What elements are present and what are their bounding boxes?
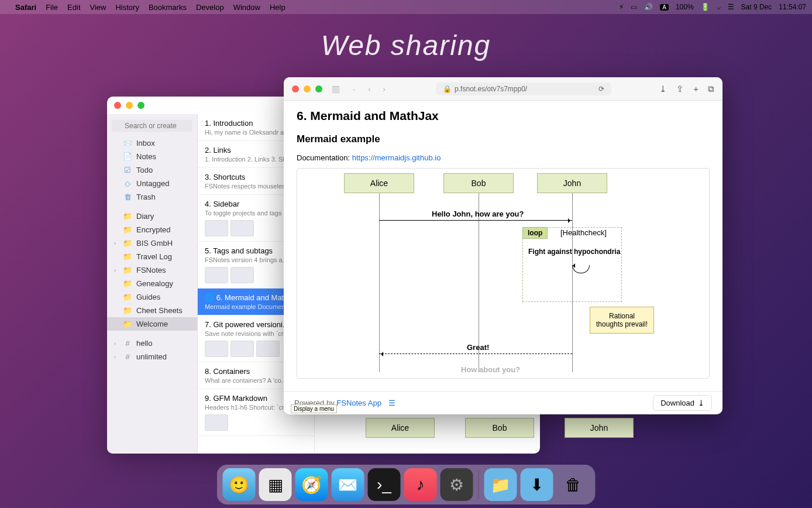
share-icon[interactable]: ⇪	[676, 84, 684, 94]
chevron-icon[interactable]: ›	[114, 267, 119, 273]
sidebar-folder-diary[interactable]: 📁Diary	[107, 210, 197, 223]
sidebar-item-trash[interactable]: 🗑Trash	[107, 190, 197, 204]
safari-zoom-button[interactable]	[315, 85, 322, 92]
close-button[interactable]	[114, 102, 121, 109]
menubar-time[interactable]: 11:54:07	[779, 3, 806, 11]
reload-icon[interactable]: ⟳	[598, 85, 604, 93]
documentation-link[interactable]: https://mermaidjs.github.io	[352, 153, 441, 162]
chevron-icon[interactable]: ›	[114, 354, 119, 360]
dock-settings[interactable]: ⚙	[441, 468, 473, 501]
menubar-date[interactable]: Sat 9 Dec	[741, 3, 772, 11]
fastcharge-icon[interactable]: ⚡︎	[619, 3, 624, 11]
menu-window[interactable]: Window	[233, 3, 260, 12]
dock-finder[interactable]: 🙂	[223, 468, 256, 501]
fsnotes-app-link[interactable]: FSNotes App	[336, 399, 381, 407]
tabs-overview-icon[interactable]: ⧉	[708, 84, 714, 94]
loop-label: loop	[522, 227, 548, 239]
sidebar-item-todo[interactable]: ☑Todo	[107, 163, 197, 177]
msg-howabout: How about you?	[461, 365, 520, 374]
inbox-icon: 📨	[123, 139, 132, 147]
safari-content[interactable]: 6. Mermaid and MathJax Mermaid example D…	[284, 101, 722, 391]
menu-history[interactable]: History	[115, 3, 139, 12]
sidebar-label: Inbox	[136, 139, 155, 147]
folder-icon: 📁	[123, 307, 132, 315]
new-tab-icon[interactable]: +	[693, 84, 699, 94]
settings-icon[interactable]: ☰	[388, 399, 395, 407]
sidebar-label: Diary	[136, 212, 154, 221]
sidebar-folder-encrypted[interactable]: 📁Encrypted	[107, 223, 197, 236]
lock-icon: 🔒	[443, 85, 452, 93]
sidebar-tag-unlimited[interactable]: ›#unlimited	[107, 350, 197, 363]
sidebar-folder-welcome[interactable]: 📁Welcome	[107, 317, 197, 331]
sidebar-item-inbox[interactable]: 📨Inbox	[107, 136, 197, 150]
sidebar-item-notes[interactable]: 📄Notes	[107, 150, 197, 163]
chevron-icon[interactable]: ›	[114, 241, 119, 246]
menu-help[interactable]: Help	[270, 3, 285, 12]
note-thumbnail	[205, 414, 228, 431]
back-button[interactable]: ‹	[366, 84, 373, 94]
address-bar[interactable]: 🔒 p.fsnot.es/otv7s7mpp0/ ⟳	[436, 83, 611, 95]
arrow-alice-john	[379, 220, 572, 221]
zoom-button[interactable]	[137, 102, 144, 109]
input-source[interactable]: A	[660, 4, 669, 11]
folder-icon: 📁	[123, 266, 132, 274]
forward-button[interactable]: ›	[380, 84, 388, 94]
sidebar-folder-genealogy[interactable]: 📁Genealogy	[107, 277, 197, 290]
menu-tooltip: Display a menu	[291, 404, 337, 413]
sidebar-folder-fsnotes[interactable]: ›📁FSNotes	[107, 263, 197, 277]
dock-terminal[interactable]: ›_	[368, 468, 401, 501]
sidebar-item-untagged[interactable]: ◇Untagged	[107, 177, 197, 190]
chevron-icon[interactable]: ›	[114, 341, 119, 346]
sidebar-toggle-icon[interactable]: ▥	[329, 84, 342, 94]
menu-develop[interactable]: Develop	[196, 3, 224, 12]
sidebar-folder-guides[interactable]: 📁Guides	[107, 290, 197, 304]
menu-edit[interactable]: Edit	[67, 3, 80, 12]
loop-condition: [Healthcheck]	[560, 228, 607, 237]
battery-icon[interactable]: 🔋	[701, 3, 710, 11]
note-thumbnail	[230, 267, 254, 283]
safari-minimize-button[interactable]	[304, 85, 311, 92]
dock-launchpad[interactable]: ▦	[259, 468, 292, 501]
minimize-button[interactable]	[126, 102, 133, 109]
display-icon[interactable]: ▭	[631, 3, 637, 11]
sidebar-label: Trash	[136, 193, 156, 201]
safari-window: ▥ ⌄ ‹ › 🔒 p.fsnot.es/otv7s7mpp0/ ⟳ ⤓ ⇪ +…	[284, 77, 722, 414]
dock-downloads[interactable]: ⬇	[521, 468, 553, 501]
safari-close-button[interactable]	[292, 85, 299, 92]
folder-icon: 📁	[123, 239, 132, 248]
menu-file[interactable]: File	[46, 3, 58, 12]
folder-icon: 📁	[123, 253, 132, 261]
note-thumbnail	[205, 267, 228, 283]
app-menu[interactable]: Safari	[15, 3, 36, 12]
diagram-note: Rational thoughts prevail!	[590, 307, 654, 334]
page-title: 6. Mermaid and MathJax	[297, 109, 710, 123]
dock-trash[interactable]: 🗑	[557, 468, 590, 501]
arrow-john-alice	[379, 353, 572, 354]
fsnotes-sidebar: 📨Inbox📄Notes☑Todo◇Untagged🗑Trash 📁Diary📁…	[107, 114, 198, 454]
control-center-icon[interactable]: ☰	[728, 3, 734, 11]
sidebar-folder-travel-log[interactable]: 📁Travel Log	[107, 250, 197, 263]
note-thumbnail	[230, 220, 254, 236]
note-thumbnail	[205, 220, 228, 236]
menu-bookmarks[interactable]: Bookmarks	[149, 3, 187, 12]
wifi-icon[interactable]: ⌵	[717, 3, 721, 11]
search-input[interactable]	[112, 120, 192, 132]
dock-music[interactable]: ♪	[404, 468, 437, 501]
dock-mail[interactable]: ✉️	[332, 468, 364, 501]
mermaid-diagram: Alice Bob John Hello John, how are you? …	[297, 168, 710, 379]
sound-icon[interactable]: 🔊	[644, 3, 653, 11]
download-button[interactable]: Download ⤓	[653, 395, 712, 411]
menubar: Safari File Edit View History Bookmarks …	[0, 0, 812, 14]
dock-folder[interactable]: 📁	[484, 468, 517, 501]
sidebar-folder-bis-gmbh[interactable]: ›📁BIS GmbH	[107, 236, 197, 250]
folder-icon: 📁	[123, 212, 132, 221]
downloads-icon[interactable]: ⤓	[659, 84, 667, 94]
wallpaper-banner: Web sharing	[321, 29, 491, 61]
sidebar-folder-cheet-sheets[interactable]: 📁Cheet Sheets	[107, 304, 197, 317]
tab-dropdown-icon[interactable]: ⌄	[349, 85, 359, 92]
sidebar-tag-hello[interactable]: ›#hello	[107, 337, 197, 350]
dock-safari[interactable]: 🧭	[295, 468, 328, 501]
menu-view[interactable]: View	[90, 3, 106, 12]
msg-great: Great!	[467, 343, 489, 352]
loop-msg: Fight against hypochondria	[528, 248, 620, 256]
